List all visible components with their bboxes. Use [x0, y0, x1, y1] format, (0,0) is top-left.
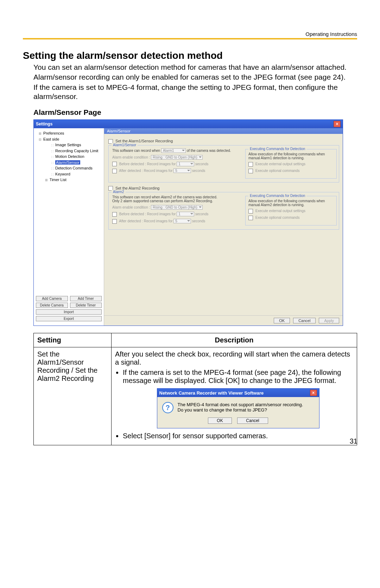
table-r1-b1: If the camera is set to the MPEG-4 forma… [123, 369, 341, 384]
alarm1-exec-c1-checkbox[interactable] [248, 162, 253, 167]
alarm1-before-val[interactable]: 1 [177, 162, 194, 166]
subhead: Alarm/Sensor Page [33, 108, 357, 117]
intro-p1: You can set an alarm/sensor detection me… [33, 63, 357, 72]
table-h1: Setting [34, 333, 112, 347]
table-r1c1: Set the Alarm1/Sensor Recording / Set th… [34, 347, 112, 445]
dialog-title: Network Camera Recorder with Viewer Soft… [159, 390, 264, 396]
content-pane: Alarm/Sensor Set the Alarm1/Sensor Recor… [104, 128, 343, 326]
bullet-icon: ⸬ [51, 149, 53, 153]
add-timer-button[interactable]: Add Timer [70, 296, 102, 301]
tree-item[interactable]: ⊟ East side [37, 136, 104, 142]
mpeg4-dialog: Network Camera Recorder with Viewer Soft… [157, 388, 319, 428]
alarm2-exec-fieldset: Executing Commands for Detection Allow e… [245, 196, 337, 225]
close-icon[interactable]: × [334, 121, 341, 127]
alarm1-before-sec: seconds [195, 162, 208, 166]
tree-item[interactable]: ⸬ Detection Commands [37, 165, 104, 171]
alarm2-exec-desc: Allow execution of the following command… [248, 199, 334, 207]
alarm2-checkbox-label: Set the Alarm2 Recording [115, 186, 159, 190]
alarm1-after-val[interactable]: 5 [173, 168, 191, 173]
header-right: Operating Instructions [305, 31, 357, 37]
alarm1-after-label: After detected : Record images for [119, 169, 172, 173]
tree-item[interactable]: ⊞ Preferences [37, 130, 104, 136]
alarm1-exec-fieldset: Executing Commands for Detection Allow e… [245, 149, 337, 179]
alarm2-before-val[interactable]: 1 [177, 212, 194, 216]
bullet-icon: ⸬ [51, 173, 53, 176]
window-title: Settings [36, 122, 52, 126]
bullet-icon: ⸬ [51, 143, 53, 147]
dialog-ok-button[interactable]: OK [208, 417, 232, 424]
export-button[interactable]: Export [36, 316, 102, 321]
intro-p2: Alarm/sensor recording can only be enabl… [33, 73, 357, 82]
alarm2-fieldset: Alarm2 This software can record when Ala… [108, 192, 339, 230]
delete-camera-button[interactable]: Delete Camera [36, 303, 68, 308]
alarm2-after-label: After detected : Record images for [119, 219, 172, 223]
dialog-line1: The MPEG-4 format does not support alarm… [178, 402, 303, 407]
delete-timer-button[interactable]: Delete Timer [70, 303, 102, 308]
alarm2-record-l2: Only 2 alarm supported cameras can perfo… [112, 199, 241, 203]
tree-item[interactable]: ⸬ Motion Detection [37, 154, 104, 160]
alarm1-record-pre: This software can record when [112, 149, 160, 153]
alarm1-exec-c2-checkbox[interactable] [248, 169, 253, 173]
alarm2-exec-c1-label: Execute external output settings [255, 209, 305, 213]
tree-item[interactable]: ⸬ Image Settings [37, 142, 104, 148]
alarm2-exec-legend: Executing Commands for Detection [248, 194, 306, 198]
alarm2-after-checkbox[interactable] [112, 219, 117, 224]
alarm1-after-sec: seconds [192, 169, 205, 173]
tree-item[interactable]: ⸬ Recording Capacity Limit [37, 148, 104, 154]
alarm2-enable-dropdown[interactable]: Rising : GND to Open (High) [151, 205, 203, 210]
settings-window: Settings × ⊞ Preferences⊟ East side⸬ Ima… [33, 119, 343, 326]
expand-icon[interactable]: ⊟ [39, 138, 42, 141]
tree-item[interactable]: ⸬ Alarm/Sensor [37, 160, 104, 166]
tree-item[interactable]: ⊞ Timer List [37, 177, 104, 183]
ok-button[interactable]: OK [274, 318, 290, 323]
alarm1-enable-label: Alarm enable condition : [112, 155, 150, 159]
header-divider [23, 38, 357, 39]
description-table: Setting Description Set the Alarm1/Senso… [33, 333, 357, 445]
window-titlebar: Settings × [34, 120, 343, 128]
alarm1-exec-c1-label: Execute external output settings [255, 162, 305, 166]
dialog-line2: Do you want to change the format to JPEG… [178, 407, 303, 413]
alarm1-fieldset: Alarm1/Sensor This software can record w… [108, 145, 339, 182]
content-title: Alarm/Sensor [104, 128, 343, 134]
page-number: 31 [350, 437, 357, 445]
intro-p3: If the camera is set to MPEG-4 format, c… [33, 83, 357, 101]
alarm2-after-val[interactable]: 5 [173, 219, 191, 223]
alarm1-exec-desc: Allow execution of the following command… [248, 152, 334, 160]
tree-item[interactable]: ⸬ Keyword [37, 171, 104, 177]
alarm2-before-label: Before detected : Record images for [119, 212, 176, 216]
alarm2-record-l1: This software can record when Alarm2 of … [112, 195, 241, 199]
question-icon: ? [162, 402, 173, 413]
table-h2: Description [112, 333, 357, 347]
table-r1-b2: Select [Sensor] for sensor supported cam… [123, 432, 268, 440]
alarm1-after-checkbox[interactable] [112, 169, 117, 173]
alarm2-legend: Alarm2 [112, 190, 126, 194]
dialog-cancel-button[interactable]: Cancel [237, 417, 268, 424]
alarm1-checkbox-label: Set the Alarm1/Sensor Recording [115, 139, 173, 143]
add-camera-button[interactable]: Add Camera [36, 296, 68, 301]
expand-icon[interactable]: ⊞ [39, 132, 42, 135]
table-r1c2: After you select the check box, recordin… [112, 347, 357, 445]
import-button[interactable]: Import [36, 309, 102, 315]
cancel-button[interactable]: Cancel [293, 318, 316, 323]
page-title: Setting the alarm/sensor detection metho… [23, 50, 357, 61]
dialog-close-icon[interactable]: × [310, 390, 317, 396]
alarm2-enable-label: Alarm enable condition : [112, 205, 150, 209]
alarm1-source-dropdown[interactable]: Alarm1 [161, 148, 186, 153]
apply-button[interactable]: Apply [319, 318, 339, 323]
expand-icon[interactable]: ⊞ [45, 178, 48, 182]
bullet-icon: ⸬ [51, 161, 53, 165]
alarm2-exec-c1-checkbox[interactable] [248, 209, 253, 213]
alarm2-after-sec: seconds [192, 219, 205, 223]
window-footer: OK Cancel Apply [104, 315, 343, 326]
alarm1-enable-dropdown[interactable]: Rising : GND to Open (High) [151, 155, 203, 160]
bullet-icon: ⸬ [51, 167, 53, 170]
tree: ⊞ Preferences⊟ East side⸬ Image Settings… [34, 130, 104, 294]
bullet-icon: ⸬ [51, 155, 53, 159]
alarm2-exec-c2-label: Execute optional commands [255, 216, 300, 219]
alarm1-before-checkbox[interactable] [112, 162, 117, 166]
alarm2-exec-c2-checkbox[interactable] [248, 216, 253, 220]
alarm2-before-sec: seconds [195, 212, 208, 216]
alarm1-exec-legend: Executing Commands for Detection [248, 147, 306, 151]
alarm2-before-checkbox[interactable] [112, 212, 117, 217]
sidebar: ⊞ Preferences⊟ East side⸬ Image Settings… [34, 128, 104, 326]
